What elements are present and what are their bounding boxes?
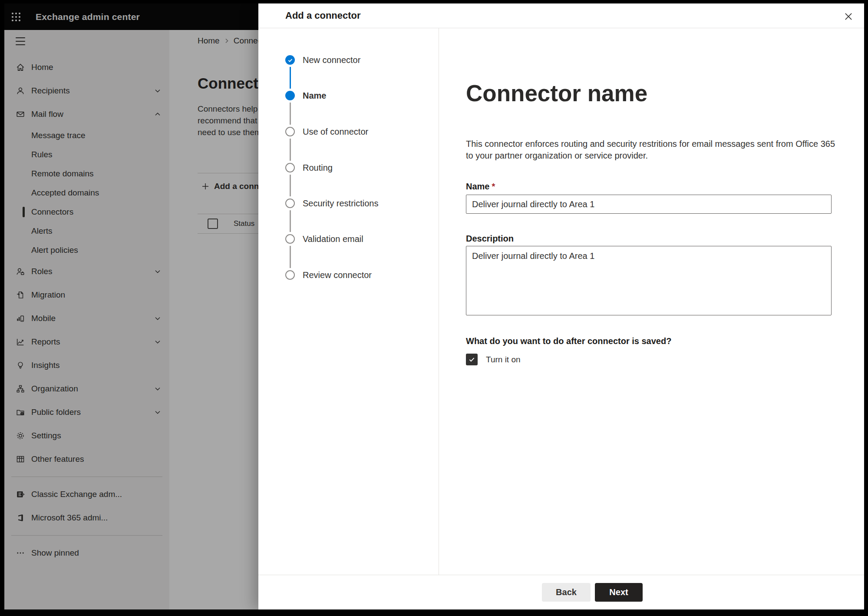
step-completed-icon [285,55,295,65]
description-field-label: Description [466,234,514,244]
step-todo-circle [285,234,295,244]
step-label: Security restrictions [303,199,379,209]
required-asterisk: * [492,182,495,191]
wizard-stepper: New connector Name Use of connector Rout… [258,28,439,575]
step-todo-circle [285,163,295,172]
app-window: Exchange admin center Home Recipients [4,3,864,609]
turn-it-on-label: Turn it on [486,355,521,364]
connector-description-text: This connector enforces routing and secu… [466,138,835,161]
step-label: Name [303,91,326,101]
stepper-connector-line [290,246,291,268]
next-button[interactable]: Next [595,583,643,602]
step-todo-circle [285,127,295,136]
step-todo-circle [285,199,295,208]
stepper-connector-line [290,67,291,89]
modal-footer: Back Next [258,575,864,609]
name-input[interactable] [466,195,832,214]
turn-it-on-checkbox[interactable] [466,354,478,365]
connector-name-heading: Connector name [466,80,647,106]
after-save-question: What do you want to do after connector i… [466,336,671,346]
close-button[interactable] [843,11,854,22]
name-label-text: Name [466,182,489,191]
turn-it-on-row: Turn it on [466,354,521,365]
stepper-connector-line [290,175,291,196]
stepper-connector-line [290,210,291,232]
step-label: Review connector [303,270,372,280]
back-button[interactable]: Back [542,583,591,602]
stepper-connector-line [290,139,291,161]
stepper-connector-line [290,103,291,125]
step-label: New connector [303,55,360,65]
name-field-label: Name* [466,182,495,192]
modal-title: Add a connector [285,3,361,28]
modal-header: Add a connector [258,3,864,28]
step-active-dot [285,91,295,100]
add-connector-modal: Add a connector New connector Name Use [258,3,864,609]
checkmark-icon [468,356,475,363]
step-label: Use of connector [303,127,368,137]
description-textarea[interactable]: Deliver journal directly to Area 1 [466,246,832,315]
close-icon [844,12,853,21]
step-label: Routing [303,163,333,173]
step-label: Validation email [303,234,363,244]
step-todo-circle [285,270,295,280]
